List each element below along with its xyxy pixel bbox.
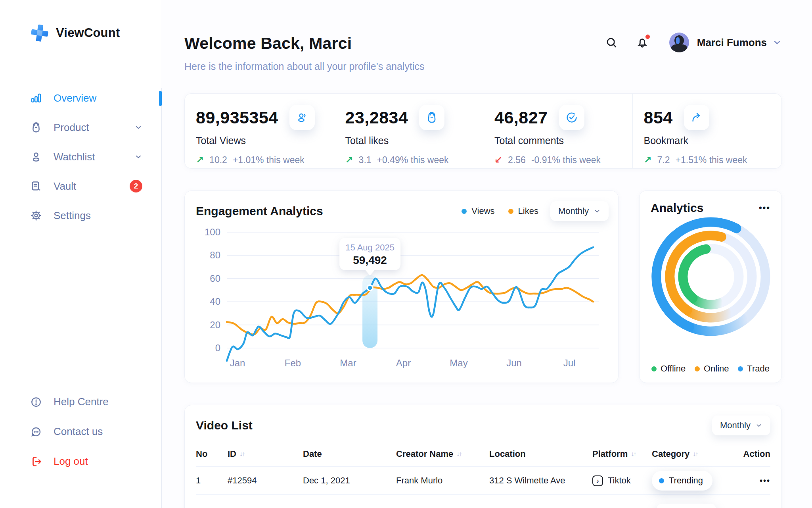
row-actions-button[interactable]: ••• <box>760 476 770 485</box>
likes-dot-icon <box>508 209 513 214</box>
users-icon <box>289 105 315 130</box>
sidebar-divider <box>161 88 162 508</box>
chevron-down-icon <box>594 208 601 215</box>
sidebar: ViewCount Overview Product <box>0 0 161 508</box>
sidebar-item-label: Contact us <box>54 425 103 438</box>
card-title: Video List <box>196 419 253 432</box>
col-creator-name[interactable]: Creator Name↓↑ <box>396 449 489 459</box>
sidebar-item-contact-us[interactable]: Contact us <box>0 417 161 446</box>
col-platform[interactable]: Platform↓↑ <box>592 449 652 459</box>
trend-arrow-icon: ↗ <box>644 154 652 165</box>
sidebar-item-overview[interactable]: Overview <box>0 83 161 113</box>
svg-text:Jun: Jun <box>506 358 522 368</box>
gear-icon <box>30 210 42 221</box>
tooltip-date: 15 Aug 2025 <box>345 242 395 252</box>
chevron-down-icon[interactable] <box>772 38 782 47</box>
cell-date: Dec 1, 2021 <box>303 475 396 486</box>
user-name[interactable]: Marci Fumons <box>697 37 767 49</box>
notifications-button[interactable] <box>636 36 649 49</box>
views-line <box>227 247 593 361</box>
active-nav-indicator <box>159 91 162 106</box>
engagement-period-dropdown[interactable]: Monthly <box>550 201 609 221</box>
chevron-down-icon <box>134 123 142 131</box>
engagement-analytics-card: Engagement Analytics Views Likes Monthly <box>184 190 619 383</box>
sidebar-item-label: Vault <box>54 180 76 192</box>
svg-text:20: 20 <box>210 319 220 330</box>
cell-id: #12594 <box>228 475 303 486</box>
chevron-down-icon <box>134 153 142 161</box>
stats-summary: 89,935354 Total Views ↗ 10.2 +1.01% this… <box>184 93 782 169</box>
user-icon <box>30 151 42 163</box>
logo: ViewCount <box>30 23 120 43</box>
app-root: ViewCount Overview Product <box>0 0 812 508</box>
next-row-peek <box>657 504 716 508</box>
trend-arrow-icon: ↗ <box>196 154 204 165</box>
col-no: No <box>196 449 228 459</box>
col-location: Location <box>489 449 592 459</box>
legend-online: Online <box>695 364 729 374</box>
col-action: Action <box>743 449 770 459</box>
trade-dot-icon <box>738 366 743 371</box>
stat-card-total-comments: 46,827 Total comments ↙ 2.56 -0.91% this… <box>483 94 632 168</box>
search-icon[interactable] <box>605 36 618 49</box>
bag-icon <box>419 105 444 130</box>
legend-trade: Trade <box>738 364 770 374</box>
sort-icon: ↓↑ <box>631 450 636 458</box>
sidebar-item-settings[interactable]: Settings <box>0 201 161 230</box>
stat-value: 23,2834 <box>345 108 408 127</box>
header-actions: Marci Fumons <box>605 33 782 52</box>
sort-icon: ↓↑ <box>456 450 461 458</box>
sidebar-item-logout[interactable]: Log out <box>0 446 161 476</box>
col-id[interactable]: ID↓↑ <box>228 449 303 459</box>
stat-trend: ↗ 10.2 +1.01% this week <box>196 154 334 165</box>
sidebar-item-product[interactable]: Product <box>0 113 161 142</box>
stat-trend: ↙ 2.56 -0.91% this week <box>494 154 632 165</box>
donut-legend: Offline Online Trade <box>651 364 770 374</box>
svg-text:60: 60 <box>210 273 220 284</box>
page-header: Welcome Back, Marci Here is the informat… <box>184 34 424 72</box>
cell-platform: ♪ Tiktok <box>592 475 652 486</box>
svg-text:Apr: Apr <box>396 358 411 368</box>
svg-text:100: 100 <box>205 227 220 237</box>
stat-card-bookmark: 854 Bookmark ↗ 7.2 +1.51% this week <box>632 94 782 168</box>
sidebar-item-label: Settings <box>54 210 91 222</box>
table-row[interactable]: 1 #12594 Dec 1, 2021 Frank Murlo 312 S W… <box>196 466 770 495</box>
file-icon <box>30 180 42 192</box>
stat-label: Bookmark <box>644 135 782 146</box>
stat-label: Total likes <box>345 135 483 146</box>
bar-chart-icon <box>30 92 42 104</box>
svg-text:40: 40 <box>210 296 220 307</box>
card-title: Analytics <box>651 201 703 215</box>
logout-icon <box>30 456 42 468</box>
video-list-period-dropdown[interactable]: Monthly <box>712 416 770 435</box>
stat-trend: ↗ 3.1 +0.49% this week <box>345 154 483 165</box>
trend-arrow-icon: ↙ <box>494 154 502 165</box>
ring-online-fade <box>688 310 732 318</box>
sidebar-item-vault[interactable]: Vault 2 <box>0 171 161 201</box>
sidebar-item-label: Overview <box>54 92 96 104</box>
svg-text:Feb: Feb <box>285 358 301 368</box>
svg-text:Jan: Jan <box>230 358 245 368</box>
stat-label: Total Views <box>196 135 334 146</box>
trend-arrow-icon: ↗ <box>345 154 353 165</box>
online-dot-icon <box>695 366 700 371</box>
stat-label: Total comments <box>494 135 632 146</box>
svg-text:80: 80 <box>210 250 220 260</box>
svg-text:May: May <box>450 358 467 368</box>
sidebar-item-watchlist[interactable]: Watchlist <box>0 142 161 171</box>
svg-text:Jul: Jul <box>563 358 576 368</box>
sidebar-item-label: Watchlist <box>54 151 95 163</box>
help-circle-icon <box>30 396 42 408</box>
analytics-donut-chart <box>645 216 776 338</box>
col-date: Date <box>303 449 396 459</box>
col-category[interactable]: Category↓↑ <box>652 449 737 459</box>
sidebar-nav: Overview Product Watchlist <box>0 83 161 230</box>
more-options-icon[interactable]: ••• <box>759 203 770 213</box>
tiktok-icon: ♪ <box>592 475 603 486</box>
avatar[interactable] <box>669 33 689 52</box>
chat-icon <box>30 426 42 438</box>
share-icon <box>684 105 709 130</box>
sidebar-item-help-centre[interactable]: Help Centre <box>0 387 161 417</box>
stat-value: 89,935354 <box>196 108 278 127</box>
stat-value: 46,827 <box>494 108 548 127</box>
